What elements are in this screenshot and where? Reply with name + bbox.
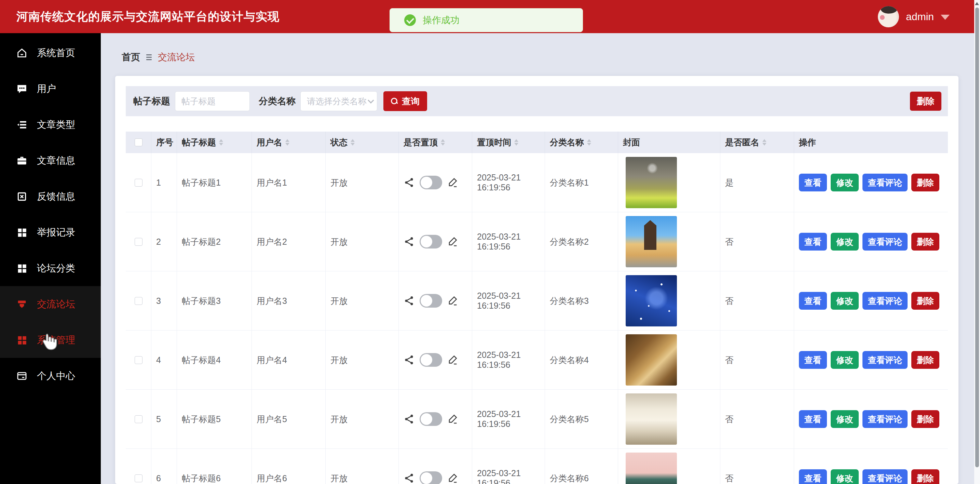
sidebar-item-forum[interactable]: 交流论坛: [0, 286, 101, 322]
view-button[interactable]: 查看: [799, 351, 827, 369]
row-index: 2: [156, 237, 161, 247]
sort-caret-icon[interactable]: [285, 139, 290, 146]
vertical-scrollbar[interactable]: [974, 0, 980, 484]
sort-caret-icon[interactable]: [351, 139, 355, 146]
edit-pencil-icon[interactable]: [447, 473, 458, 484]
anonymous-flag: 是: [725, 177, 733, 188]
edit-button[interactable]: 修改: [830, 410, 859, 428]
edit-pencil-icon[interactable]: [447, 177, 458, 188]
row-checkbox[interactable]: [135, 297, 143, 305]
pin-toggle-off[interactable]: [420, 176, 442, 189]
post-status: 开放: [331, 355, 347, 366]
table-row: 6 帖子标题6 用户名6 开放 2025-03-21 16:19:56 分类名称…: [126, 449, 948, 484]
column-header-1: 帖子标题: [177, 132, 252, 153]
share-icon[interactable]: [404, 177, 415, 188]
delete-button[interactable]: 删除: [911, 469, 939, 484]
edit-button[interactable]: 修改: [830, 174, 859, 191]
sidebar-item-label: 文章信息: [37, 154, 75, 167]
sidebar-item-forum-categories[interactable]: 论坛分类: [0, 250, 101, 286]
row-checkbox[interactable]: [135, 356, 143, 364]
view-button[interactable]: 查看: [799, 410, 827, 428]
pin-toggle-off[interactable]: [420, 353, 442, 367]
category-select[interactable]: 请选择分类名称: [301, 91, 377, 111]
sort-caret-icon[interactable]: [514, 139, 519, 146]
sidebar-item-report-records[interactable]: 举报记录: [0, 214, 101, 250]
pin-toggle-off[interactable]: [420, 235, 442, 248]
pin-time: 2025-03-21 16:19:56: [477, 173, 545, 193]
edit-button[interactable]: 修改: [830, 292, 859, 310]
share-icon[interactable]: [404, 473, 415, 484]
edit-pencil-icon[interactable]: [447, 295, 458, 306]
category-select-placeholder: 请选择分类名称: [307, 96, 368, 107]
sidebar-item-article-info[interactable]: 文章信息: [0, 143, 101, 178]
post-title-input[interactable]: [175, 91, 250, 111]
query-button[interactable]: 查询: [383, 91, 427, 111]
column-header-8: 是否匿名: [720, 132, 794, 153]
sort-caret-icon[interactable]: [587, 139, 591, 146]
share-icon[interactable]: [404, 236, 415, 247]
share-icon[interactable]: [404, 355, 415, 365]
table-row: 3 帖子标题3 用户名3 开放 2025-03-21 16:19:56 分类名称…: [126, 271, 948, 331]
post-username: 用户名4: [257, 355, 287, 366]
grid-icon: [16, 334, 28, 346]
pin-toggle-off[interactable]: [420, 294, 442, 307]
sort-caret-icon[interactable]: [219, 139, 223, 146]
sidebar-item-profile[interactable]: 个人中心: [0, 358, 101, 394]
edit-pencil-icon[interactable]: [447, 236, 458, 247]
home-icon: [16, 47, 28, 59]
scroll-up-icon[interactable]: [975, 2, 979, 5]
delete-button[interactable]: 删除: [911, 233, 939, 250]
sidebar-item-users[interactable]: 用户: [0, 71, 101, 107]
batch-delete-button[interactable]: 删除: [910, 92, 942, 111]
chat-icon: [16, 83, 28, 95]
post-category: 分类名称2: [550, 236, 589, 247]
scroll-thumb[interactable]: [975, 8, 979, 467]
sidebar-item-home[interactable]: 系统首页: [0, 35, 101, 71]
sidebar-item-feedback[interactable]: 反馈信息: [0, 178, 101, 214]
column-header-5: 置顶时间: [472, 132, 545, 153]
sidebar-item-system[interactable]: 系统管理: [0, 322, 101, 358]
view-button[interactable]: 查看: [799, 292, 827, 310]
post-title: 帖子标题1: [182, 177, 221, 188]
post-status: 开放: [331, 236, 347, 247]
delete-button[interactable]: 删除: [911, 292, 939, 310]
edit-button[interactable]: 修改: [830, 351, 859, 369]
table-row: 1 帖子标题1 用户名1 开放 2025-03-21 16:19:56 分类名称…: [126, 153, 948, 212]
view-button[interactable]: 查看: [799, 233, 827, 250]
view-button[interactable]: 查看: [799, 469, 827, 484]
delete-button[interactable]: 删除: [911, 174, 939, 191]
view-comments-button[interactable]: 查看评论: [862, 292, 908, 310]
row-checkbox[interactable]: [135, 474, 143, 482]
view-button[interactable]: 查看: [799, 174, 827, 191]
row-checkbox[interactable]: [135, 179, 143, 186]
view-comments-button[interactable]: 查看评论: [862, 233, 908, 250]
share-icon[interactable]: [404, 295, 415, 306]
share-icon[interactable]: [404, 414, 415, 425]
post-status: 开放: [331, 414, 347, 425]
row-checkbox[interactable]: [135, 415, 143, 423]
pin-time: 2025-03-21 16:19:56: [477, 409, 545, 429]
edit-button[interactable]: 修改: [830, 469, 859, 484]
row-checkbox[interactable]: [135, 238, 143, 246]
delete-button[interactable]: 删除: [911, 410, 939, 428]
edit-button[interactable]: 修改: [830, 233, 859, 250]
breadcrumb-home[interactable]: 首页: [122, 51, 140, 63]
grid-icon: [16, 262, 28, 274]
view-comments-button[interactable]: 查看评论: [862, 351, 908, 369]
delete-button[interactable]: 删除: [911, 351, 939, 369]
view-comments-button[interactable]: 查看评论: [862, 469, 908, 484]
avatar[interactable]: [878, 6, 899, 27]
user-menu[interactable]: admin: [878, 0, 950, 33]
select-all-checkbox[interactable]: [135, 139, 143, 146]
sort-caret-icon[interactable]: [762, 139, 767, 146]
pin-toggle-off[interactable]: [420, 412, 442, 426]
view-comments-button[interactable]: 查看评论: [862, 174, 908, 191]
pin-toggle-off[interactable]: [420, 471, 442, 484]
view-comments-button[interactable]: 查看评论: [862, 410, 908, 428]
pin-time: 2025-03-21 16:19:56: [477, 232, 545, 252]
edit-pencil-icon[interactable]: [447, 355, 458, 365]
sort-caret-icon[interactable]: [441, 139, 445, 146]
cover-image-open-book: [626, 393, 677, 445]
edit-pencil-icon[interactable]: [447, 414, 458, 425]
sidebar-item-article-types[interactable]: 文章类型: [0, 107, 101, 143]
